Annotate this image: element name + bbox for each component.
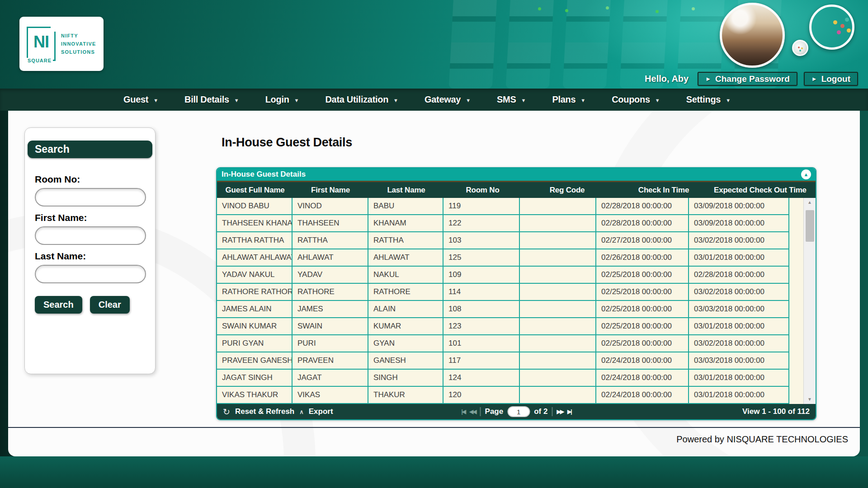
logout-button[interactable]: ► Logout <box>804 72 858 86</box>
table-row[interactable]: RATTHA RATTHA RATTHA RATTHA 103 02/27/20… <box>217 232 789 249</box>
first-page-icon[interactable]: |◀ <box>462 408 466 415</box>
column-header[interactable]: Room No <box>444 182 521 198</box>
first-name-input[interactable] <box>35 226 146 245</box>
nav-item-label: SMS <box>497 94 516 105</box>
cell-guest-full-name: AHLAWAT AHLAWAT <box>217 249 292 266</box>
toolbar-separator <box>480 407 481 416</box>
table-row[interactable]: JAMES ALAIN JAMES ALAIN 108 02/25/2018 0… <box>217 301 789 318</box>
play-icon: ► <box>811 75 817 82</box>
table-row[interactable]: VIKAS THAKUR VIKAS THAKUR 120 02/24/2018… <box>217 387 789 404</box>
cell-room-no: 122 <box>443 215 520 231</box>
cell-guest-full-name: VINOD BABU <box>217 198 292 214</box>
cell-last-name: GYAN <box>368 335 443 352</box>
export-button[interactable]: Export <box>309 407 333 416</box>
cell-reg-code <box>520 335 596 352</box>
collapse-panel-button[interactable]: ▲ <box>801 169 811 179</box>
nav-item[interactable]: Settings ▼ <box>673 89 744 111</box>
page-of-label: of 2 <box>534 407 547 416</box>
nav-item[interactable]: Coupons ▼ <box>599 89 673 111</box>
cell-check-in-time: 02/25/2018 00:00:00 <box>596 301 689 317</box>
nav-item[interactable]: Bill Details ▼ <box>171 89 252 111</box>
nav-item[interactable]: SMS ▼ <box>484 89 539 111</box>
nav-item-label: Login <box>265 94 289 105</box>
chevron-down-icon: ▼ <box>726 98 731 103</box>
clear-button[interactable]: Clear <box>90 296 130 314</box>
scroll-down-icon[interactable]: ▼ <box>807 397 812 402</box>
nav-item[interactable]: Gateway ▼ <box>411 89 484 111</box>
logout-label: Logout <box>821 74 850 84</box>
vertical-scrollbar[interactable]: ▲ ▼ <box>803 198 816 404</box>
logo-ni-text: NI <box>33 33 49 52</box>
guest-details-panel: In-House Guest Details ▲ Guest Full Name… <box>216 167 816 420</box>
table-row[interactable]: VINOD BABU VINOD BABU 119 02/28/2018 00:… <box>217 198 789 215</box>
grid-body-filler <box>789 198 803 404</box>
cell-check-in-time: 02/24/2018 00:00:00 <box>596 370 689 386</box>
user-greeting: Hello, Aby <box>645 74 689 84</box>
cell-last-name: RATTHA <box>368 232 443 249</box>
cell-expected-check-out-time: 03/02/2018 00:00:00 <box>689 284 789 300</box>
chevron-down-icon: ▼ <box>521 98 526 103</box>
caret-up-icon[interactable]: ∧ <box>299 408 304 415</box>
cell-first-name: VIKAS <box>292 387 368 403</box>
prev-page-icon[interactable]: ◀◀ <box>469 408 476 415</box>
page-number-input[interactable] <box>507 406 530 417</box>
column-header[interactable]: Reg Code <box>521 182 613 198</box>
table-row[interactable]: YADAV NAKUL YADAV NAKUL 109 02/25/2018 0… <box>217 267 789 284</box>
change-password-button[interactable]: ► Change Password <box>698 72 797 86</box>
last-name-input[interactable] <box>35 265 146 283</box>
table-row[interactable]: PURI GYAN PURI GYAN 101 02/25/2018 00:00… <box>217 335 789 352</box>
scroll-up-icon[interactable]: ▲ <box>807 200 812 205</box>
cell-last-name: RATHORE <box>368 284 443 300</box>
page-title: In-House Guest Details <box>222 136 352 150</box>
cell-guest-full-name: THAHSEEN KHANAM <box>217 215 292 231</box>
cell-guest-full-name: PURI GYAN <box>217 335 292 352</box>
user-actions: Hello, Aby ► Change Password ► Logout <box>645 72 858 86</box>
cell-room-no: 114 <box>443 284 520 300</box>
reset-refresh-button[interactable]: Reset & Refresh <box>235 407 294 416</box>
cell-last-name: NAKUL <box>368 267 443 283</box>
cell-expected-check-out-time: 03/09/2018 00:00:00 <box>689 198 789 214</box>
cell-first-name: YADAV <box>292 267 368 283</box>
refresh-icon[interactable]: ↻ <box>223 407 230 417</box>
table-row[interactable]: PRAVEEN GANESH PRAVEEN GANESH 117 02/24/… <box>217 352 789 370</box>
next-page-icon[interactable]: ▶▶ <box>557 408 563 415</box>
cell-room-no: 103 <box>443 232 520 249</box>
column-header[interactable]: Expected Check Out Time <box>714 182 807 198</box>
cell-check-in-time: 02/28/2018 00:00:00 <box>596 198 689 214</box>
cell-expected-check-out-time: 03/02/2018 00:00:00 <box>689 232 789 249</box>
play-icon: ► <box>705 75 711 82</box>
cell-reg-code <box>520 284 596 300</box>
nav-item[interactable]: Login ▼ <box>252 89 312 111</box>
column-header[interactable]: Last Name <box>368 182 444 198</box>
room-no-input[interactable] <box>35 188 146 206</box>
nav-item[interactable]: Data Utilization ▼ <box>312 89 411 111</box>
search-button[interactable]: Search <box>35 296 82 314</box>
table-row[interactable]: RATHORE RATHORE RATHORE RATHORE 114 02/2… <box>217 284 789 301</box>
cell-last-name: SINGH <box>368 370 443 386</box>
table-row[interactable]: AHLAWAT AHLAWAT AHLAWAT AHLAWAT 125 02/2… <box>217 249 789 267</box>
scrollbar-thumb[interactable] <box>806 210 814 242</box>
last-page-icon[interactable]: ▶| <box>567 408 571 415</box>
cell-first-name: JAMES <box>292 301 368 317</box>
cell-guest-full-name: YADAV NAKUL <box>217 267 292 283</box>
app-header: NI SQUARE NIFTY INNOVATIVE SOLUTIONS Hel… <box>0 0 868 89</box>
logo-line-solutions: SOLUTIONS <box>61 49 96 55</box>
column-header[interactable]: First Name <box>293 182 368 198</box>
pagination: |◀ ◀◀ Page of 2 ▶▶ ▶| <box>462 404 571 419</box>
table-row[interactable]: THAHSEEN KHANAM THAHSEEN KHANAM 122 02/2… <box>217 215 789 232</box>
toolbar-left: ↻ Reset & Refresh ∧ Export <box>223 407 333 417</box>
table-row[interactable]: JAGAT SINGH JAGAT SINGH 124 02/24/2018 0… <box>217 370 789 387</box>
cell-last-name: BABU <box>368 198 443 214</box>
column-header[interactable]: Guest Full Name <box>217 182 293 198</box>
meeting-photo <box>720 3 785 68</box>
column-header[interactable]: Check In Time <box>613 182 714 198</box>
nav-item[interactable]: Plans ▼ <box>539 89 599 111</box>
table-row[interactable]: SWAIN KUMAR SWAIN KUMAR 123 02/25/2018 0… <box>217 318 789 335</box>
cell-expected-check-out-time: 03/09/2018 00:00:00 <box>689 215 789 231</box>
chevron-down-icon: ▼ <box>234 98 239 103</box>
chevron-down-icon: ▼ <box>655 98 660 103</box>
cell-reg-code <box>520 352 596 369</box>
cell-first-name: RATTHA <box>292 232 368 249</box>
nav-item[interactable]: Guest ▼ <box>110 89 171 111</box>
main-nav: Guest ▼ Bill Details ▼ Login ▼ Data Util… <box>0 89 868 111</box>
